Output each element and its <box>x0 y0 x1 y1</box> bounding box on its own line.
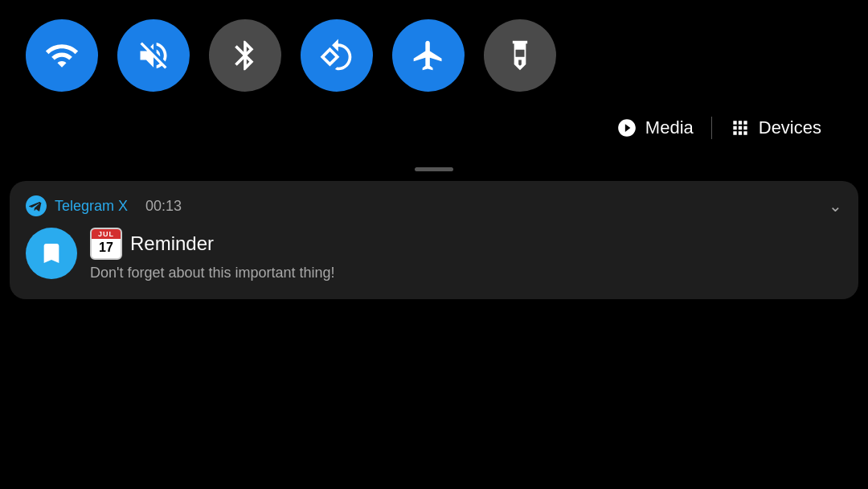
bookmark-icon <box>39 240 64 266</box>
rotation-toggle[interactable] <box>301 19 373 92</box>
drag-handle <box>0 161 868 175</box>
rotation-icon <box>319 38 354 73</box>
notification-card: Telegram X 00:13 ⌄ JUL 17 Reminder Don't… <box>10 181 858 299</box>
notification-avatar <box>26 228 77 279</box>
telegram-icon <box>26 195 47 216</box>
toggle-icons-row <box>26 19 842 92</box>
notification-title-row: JUL 17 Reminder <box>90 228 842 260</box>
notification-message: Don't forget about this important thing! <box>90 265 842 281</box>
media-label: Media <box>645 117 694 138</box>
chevron-down-icon[interactable]: ⌄ <box>829 196 842 216</box>
media-play-icon <box>616 117 637 138</box>
media-devices-divider <box>711 117 712 139</box>
app-info: Telegram X 00:13 <box>26 195 182 216</box>
calendar-icon: JUL 17 <box>90 228 122 260</box>
devices-button[interactable]: Devices <box>715 111 836 145</box>
notification-content: JUL 17 Reminder Don't forget about this … <box>90 228 842 281</box>
calendar-day: 17 <box>92 239 121 257</box>
notification-time: 00:13 <box>145 198 182 215</box>
flashlight-toggle[interactable] <box>484 19 556 92</box>
media-button[interactable]: Media <box>602 111 708 145</box>
wifi-icon <box>44 38 80 73</box>
mute-vibrate-icon <box>136 38 171 73</box>
quick-settings-panel: Media Devices <box>0 0 868 161</box>
mute-toggle[interactable] <box>117 19 190 92</box>
devices-grid-icon <box>730 117 751 138</box>
bluetooth-toggle[interactable] <box>209 19 281 92</box>
airplane-toggle[interactable] <box>392 19 465 92</box>
notification-header: Telegram X 00:13 ⌄ <box>26 195 842 216</box>
flashlight-icon <box>502 38 538 73</box>
drag-handle-bar <box>415 167 453 171</box>
bluetooth-icon <box>227 38 263 73</box>
notification-title: Reminder <box>130 232 214 255</box>
media-devices-row: Media Devices <box>26 108 842 148</box>
notification-body: JUL 17 Reminder Don't forget about this … <box>26 228 842 281</box>
calendar-month: JUL <box>92 229 121 239</box>
app-name: Telegram X <box>55 198 128 215</box>
devices-label: Devices <box>759 117 821 138</box>
wifi-toggle[interactable] <box>26 19 98 92</box>
airplane-icon <box>411 38 446 73</box>
